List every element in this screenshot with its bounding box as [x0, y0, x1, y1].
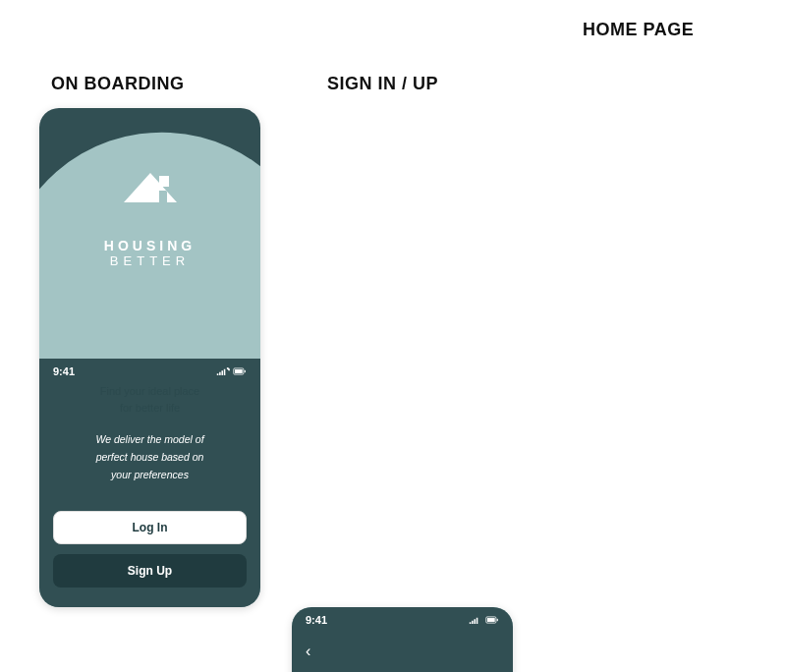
brand-line2: BETTER [110, 253, 190, 268]
section-label-signinup: SIGN IN / UP [327, 74, 438, 94]
svg-rect-5 [497, 619, 498, 621]
status-time: 9:41 [53, 365, 75, 377]
signup-screen: 9:41 ‹ Create Account Should be 8-12 cha… [292, 607, 513, 672]
status-bar: 9:41 [292, 607, 513, 633]
status-time: 9:41 [306, 614, 327, 626]
status-icons [469, 615, 499, 625]
signup-button[interactable]: Sign Up [53, 554, 247, 588]
brand-logo-block: HOUSING BETTER [39, 167, 260, 268]
svg-rect-4 [487, 618, 495, 622]
login-button[interactable]: Log In [53, 511, 247, 544]
status-bar: 9:41 [39, 359, 260, 384]
status-icons [216, 366, 247, 376]
section-label-onboarding: ON BOARDING [51, 74, 185, 94]
description: We deliver the model of perfect house ba… [59, 431, 241, 483]
house-logo-icon [116, 167, 185, 226]
svg-rect-2 [245, 370, 246, 372]
brand-line1: HOUSING [104, 238, 196, 253]
back-button[interactable]: ‹ [306, 643, 310, 660]
tagline: Find your ideal place for better life [59, 383, 241, 416]
svg-rect-1 [235, 369, 243, 373]
section-label-home: HOME PAGE [583, 20, 694, 40]
onboarding-screen: 9:41 HOUSING BETTER Find your ideal plac… [39, 108, 260, 607]
